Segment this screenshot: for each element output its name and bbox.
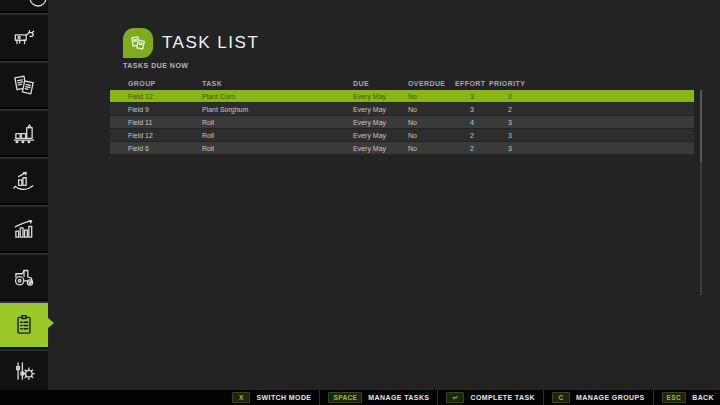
keybinding-label: COMPLETE TASK xyxy=(470,394,535,401)
cell-priority: 3 xyxy=(489,119,531,126)
cell-task: Roll xyxy=(202,145,353,152)
cell-overdue: No xyxy=(408,119,455,126)
cell-task: Roll xyxy=(202,132,353,139)
table-row[interactable]: Field 11 Roll Every May No 4 3 xyxy=(110,116,694,128)
cell-group: Field 9 xyxy=(128,106,202,113)
page-title: TASK LIST xyxy=(162,33,259,53)
cell-task: Roll xyxy=(202,119,353,126)
keybinding-label: SWITCH MODE xyxy=(256,394,311,401)
cell-due: Every May xyxy=(353,119,408,126)
cell-group: Field 6 xyxy=(128,145,202,152)
contracts-icon xyxy=(11,72,37,98)
cell-due: Every May xyxy=(353,145,408,152)
cell-effort: 2 xyxy=(455,145,489,152)
column-header-due: DUE xyxy=(353,80,408,87)
animals-icon xyxy=(11,24,37,50)
column-header-group: GROUP xyxy=(128,80,202,87)
keybinding-back[interactable]: ESC BACK xyxy=(653,390,714,405)
sidebar-item-contracts[interactable] xyxy=(0,61,48,107)
cell-effort: 3 xyxy=(455,93,489,100)
cell-task: Plant Corn xyxy=(202,93,353,100)
scrollbar-thumb[interactable] xyxy=(700,90,702,162)
cell-overdue: No xyxy=(408,145,455,152)
column-header-effort: EFFORT xyxy=(455,80,489,87)
page-subtitle: TASKS DUE NOW xyxy=(123,62,188,69)
cell-group: Field 11 xyxy=(128,119,202,126)
column-header-priority: PRIORITY xyxy=(489,80,531,87)
keybinding-label: MANAGE TASKS xyxy=(368,394,429,401)
sidebar-item-tasks[interactable] xyxy=(0,301,48,347)
key-x: X xyxy=(232,392,250,403)
table-row[interactable]: Field 6 Roll Every May No 2 3 xyxy=(110,142,694,154)
cell-effort: 2 xyxy=(455,132,489,139)
sidebar-item-animals[interactable] xyxy=(0,13,48,59)
keybinding-bar: X SWITCH MODE SPACE MANAGE TASKS ↵ COMPL… xyxy=(0,390,720,405)
sidebar-item-finance[interactable] xyxy=(0,157,48,203)
cell-priority: 2 xyxy=(489,93,531,100)
cell-overdue: No xyxy=(408,93,455,100)
cell-task: Plant Sorghum xyxy=(202,106,353,113)
table-row[interactable]: Field 9 Plant Sorghum Every May No 3 2 xyxy=(110,103,694,115)
statistics-icon xyxy=(11,216,37,242)
active-item-arrow xyxy=(48,318,54,328)
keybinding-label: MANAGE GROUPS xyxy=(576,394,645,401)
table-row[interactable]: Field 12 Roll Every May No 2 3 xyxy=(110,129,694,141)
cell-due: Every May xyxy=(353,93,408,100)
sidebar-item-map[interactable] xyxy=(0,0,48,11)
cell-effort: 4 xyxy=(455,119,489,126)
cell-overdue: No xyxy=(408,132,455,139)
table-scrollbar[interactable] xyxy=(700,90,702,295)
cell-due: Every May xyxy=(353,106,408,113)
sidebar-item-vehicles[interactable] xyxy=(0,253,48,299)
sidebar-item-settings[interactable] xyxy=(0,349,48,390)
task-table: GROUP TASK DUE OVERDUE EFFORT PRIORITY F… xyxy=(110,78,694,155)
keybinding-label: BACK xyxy=(692,394,714,401)
keybinding-complete-task[interactable]: ↵ COMPLETE TASK xyxy=(437,390,535,405)
column-header-task: TASK xyxy=(202,80,353,87)
settings-icon xyxy=(11,358,37,384)
key-c: C xyxy=(552,392,570,403)
production-icon xyxy=(11,120,37,146)
cell-priority: 3 xyxy=(489,132,531,139)
cell-priority: 3 xyxy=(489,145,531,152)
keybinding-manage-tasks[interactable]: SPACE MANAGE TASKS xyxy=(319,390,429,405)
key-enter-icon: ↵ xyxy=(446,392,464,403)
cell-due: Every May xyxy=(353,132,408,139)
vehicles-icon xyxy=(11,264,37,290)
table-row[interactable]: Field 12 Plant Corn Every May No 3 2 xyxy=(110,90,694,102)
sidebar-item-production[interactable] xyxy=(0,109,48,155)
notes-icon xyxy=(129,34,147,52)
sidebar-item-statistics[interactable] xyxy=(0,205,48,251)
cell-group: Field 12 xyxy=(128,132,202,139)
task-list-icon xyxy=(11,312,37,338)
table-body: Field 12 Plant Corn Every May No 3 2 Fie… xyxy=(110,90,694,154)
cell-priority: 2 xyxy=(489,106,531,113)
cell-group: Field 12 xyxy=(128,93,202,100)
key-space: SPACE xyxy=(328,392,362,403)
page-header-icon-badge xyxy=(123,28,153,58)
sidebar xyxy=(0,0,48,390)
keybinding-manage-groups[interactable]: C MANAGE GROUPS xyxy=(543,390,645,405)
finance-icon xyxy=(11,168,37,194)
column-header-overdue: OVERDUE xyxy=(408,80,455,87)
table-header-row: GROUP TASK DUE OVERDUE EFFORT PRIORITY xyxy=(110,78,694,88)
cell-effort: 3 xyxy=(455,106,489,113)
circle-partial-icon xyxy=(0,0,48,11)
keybinding-switch-mode[interactable]: X SWITCH MODE xyxy=(232,390,311,405)
cell-overdue: No xyxy=(408,106,455,113)
key-esc: ESC xyxy=(662,392,687,403)
